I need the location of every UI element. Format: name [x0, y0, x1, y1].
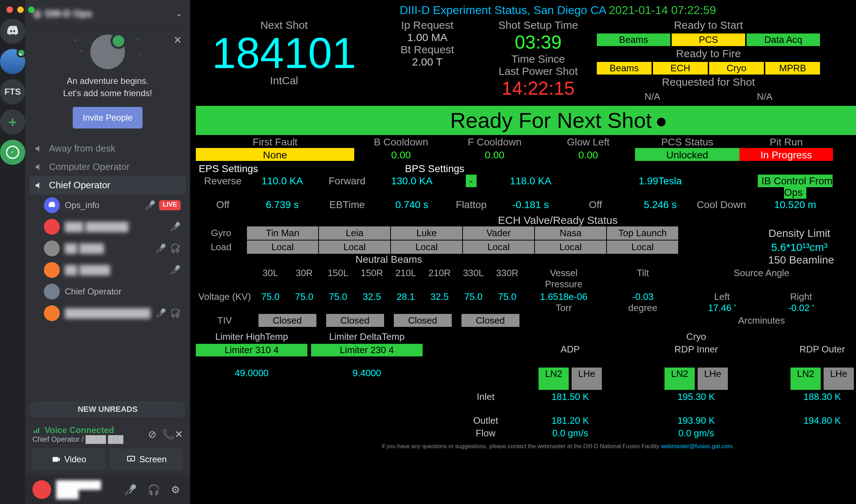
gyro-label: Gyro — [196, 228, 246, 239]
eps-title: EPS Settings — [196, 161, 258, 175]
avatar — [44, 219, 60, 235]
nb-col: 330R — [490, 267, 524, 279]
speaker-icon — [35, 162, 44, 172]
bt-request-value: 2.00 T — [375, 56, 479, 68]
invite-text-2: Let's add some friends! — [36, 87, 179, 99]
svg-rect-3 — [38, 428, 39, 433]
voice-user[interactable]: ███ ███████ 🎤̸ — [30, 216, 186, 238]
voice-user[interactable]: Ops_info 🎤̸LIVE — [30, 194, 186, 216]
close-window[interactable] — [6, 6, 13, 13]
gyro-cell: Leia — [319, 226, 390, 240]
limiter-hi-value: 49.0000 — [196, 368, 307, 390]
voltage-val: 32.5 — [423, 291, 456, 302]
voltage-val: 75.0 — [321, 291, 355, 302]
discord-home[interactable] — [0, 19, 25, 44]
req-shot-label: Requested for Shot — [597, 76, 820, 88]
eps-reverse-label: Reverse — [196, 175, 250, 198]
server-fts[interactable]: FTS — [0, 79, 25, 104]
screen-icon — [126, 455, 136, 464]
ech-title: ECH Valve/Ready Status — [196, 214, 856, 226]
voice-channel-chief-op[interactable]: Chief Operator — [30, 176, 186, 194]
pcs-status-value: Unlocked — [635, 148, 739, 161]
tilt-label: Tilt — [603, 267, 682, 279]
nb-col: 210R — [423, 267, 456, 279]
tiv-cell: Closed — [326, 314, 384, 327]
pit-run-label: Pit Run — [739, 136, 833, 148]
new-unreads-pill[interactable]: NEW UNREADS — [30, 401, 186, 418]
invite-card: × ✦ • • ✦ An adventure begins. Let's add… — [25, 27, 190, 139]
b-cooldown-label: B Cooldown — [354, 136, 448, 148]
arcmin-label: Arcminutes — [682, 315, 841, 326]
density-value: 5.6*10¹³cm³ — [771, 241, 828, 253]
speaker-icon — [35, 181, 44, 190]
load-cell: Local — [607, 240, 678, 254]
mic-muted-icon: 🎤̸ — [145, 200, 156, 210]
voice-channel-computer-op[interactable]: Computer Operator — [30, 158, 186, 176]
voice-user[interactable]: ██ ████ 🎤̸🎧̸ — [30, 238, 186, 259]
server-label: FTS — [4, 87, 21, 97]
setup-time-label: Shot Setup Time — [482, 19, 594, 31]
mute-button[interactable]: 🎤̸ — [121, 484, 140, 496]
eps-forward-value: 130.0 KA — [379, 175, 444, 198]
invite-text-1: An adventure begins. — [36, 75, 179, 87]
voice-user[interactable]: ██████████████ 🎤̸🎧̸ — [30, 302, 186, 324]
cryo-pair: LN2LHe — [761, 368, 856, 390]
tilt-value: -0.03 — [632, 291, 653, 302]
eps-reverse-value: 110.0 KA — [250, 175, 315, 198]
cryo-outlet-label: Outlet — [466, 415, 505, 426]
username: Ops_info — [65, 200, 99, 210]
screen-share-button[interactable]: Screen — [110, 449, 183, 470]
server-header[interactable]: ◎DIII-D Ops ⌄ — [25, 0, 190, 27]
start-dataacq: Data Acq — [747, 33, 820, 46]
load-cell: Local — [319, 240, 390, 254]
ech-grid: Gyro Tin Man Leia Luke Vader Nasa Top La… — [196, 226, 856, 254]
voice-user[interactable]: ██ █████ 🎤̸ — [30, 259, 186, 281]
limiter-dt-id: Limiter 230 4 — [311, 344, 423, 356]
invite-people-button[interactable]: Invite People — [73, 107, 143, 129]
username: ██ ████ — [65, 243, 104, 253]
cryo-pair: LN2LHe — [635, 368, 757, 390]
nb-col: 30L — [253, 267, 287, 279]
close-icon[interactable]: × — [174, 32, 181, 48]
beamline-label: 150 Beamline — [768, 254, 834, 266]
settings-button[interactable]: ⚙ — [168, 484, 183, 496]
mic-muted-icon: 🎤̸ — [156, 243, 166, 253]
f-cooldown-label: F Cooldown — [448, 136, 541, 148]
self-avatar[interactable] — [32, 480, 51, 499]
voice-status-bar: Voice Connected Chief Operator / ████ ██… — [25, 420, 190, 475]
bt-request-label: Bt Request — [375, 44, 479, 56]
start-pcs: PCS — [672, 33, 745, 46]
mic-muted-icon: 🎤̸ — [170, 265, 181, 275]
cryo-col-rdpi: RDP Inner — [635, 344, 757, 366]
avatar — [44, 262, 60, 278]
footer: If you have any questions or suggestions… — [196, 443, 856, 450]
svg-rect-2 — [36, 429, 37, 433]
voice-user[interactable]: Chief Operator — [30, 281, 186, 302]
pcs-status-label: PCS Status — [635, 136, 739, 148]
nb-col: 330L — [456, 267, 490, 279]
load-cell: Local — [391, 240, 462, 254]
load-cell: Local — [463, 240, 534, 254]
disconnect-icon[interactable]: 📞✕ — [162, 428, 183, 440]
add-server-button[interactable]: + — [0, 109, 25, 135]
explore-button[interactable] — [0, 140, 25, 165]
limiter-cryo-row: Limiter HighTemp Limiter DeltaTemp Cryo … — [196, 331, 856, 439]
video-button[interactable]: Video — [32, 449, 105, 470]
self-username: ████████████ — [56, 480, 116, 499]
sa-left-value: 17.46 ' — [682, 302, 762, 314]
voice-channel-away[interactable]: Away from desk — [30, 139, 186, 158]
limiter-dt-label: Limiter DeltaTemp — [311, 331, 423, 342]
noise-suppress-icon[interactable]: ⊘ — [148, 428, 156, 440]
first-fault-label: First Fault — [196, 136, 354, 148]
server-name: DIII-D Ops — [45, 8, 93, 19]
deafen-button[interactable]: 🎧 — [145, 484, 163, 496]
status-row: First FaultNone B Cooldown0.00 F Cooldow… — [196, 136, 856, 161]
channel-label: Away from desk — [49, 143, 115, 154]
ebtime-value: 0.740 s — [379, 199, 444, 211]
gyro-cell: Tin Man — [247, 226, 318, 240]
webmaster-link[interactable]: webmaster@fusion.gat.com — [661, 443, 733, 449]
server-item[interactable] — [0, 49, 25, 74]
nb-title: Neutral Beams — [253, 254, 524, 265]
compass-icon — [5, 145, 20, 159]
minimize-window[interactable] — [17, 6, 24, 13]
